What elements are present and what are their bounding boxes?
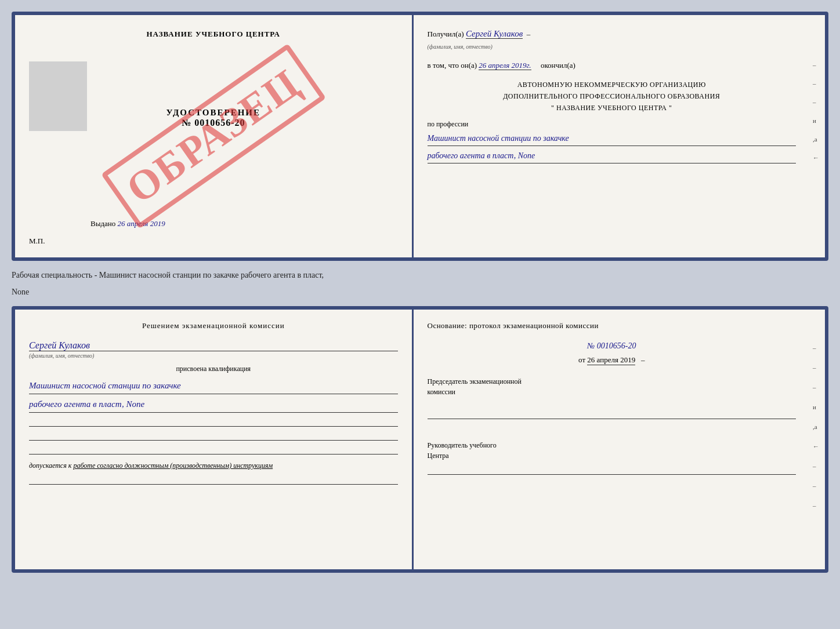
side-marks-top-right: – – – и ,а ← [813, 61, 819, 161]
bottom-right-panel: Основание: протокол экзаменационной коми… [414, 310, 825, 569]
chairman-blank-line [428, 409, 796, 419]
right-side-marks: – – – и ,а ← – – – [813, 344, 819, 509]
subtitle-line1: Рабочая специальность - Машинист насосно… [12, 267, 828, 283]
basis-title: Основание: протокол экзаменационной коми… [428, 320, 796, 332]
subtitle-line2: None [12, 283, 828, 300]
director-blank-line [428, 464, 796, 475]
page-wrapper: НАЗВАНИЕ УЧЕБНОГО ЦЕНТРА ОБРАЗЕЦ УДОСТОВ… [12, 12, 828, 573]
blank-line-4 [29, 474, 398, 485]
bottom-name: Сергей Кулаков [29, 340, 398, 351]
cert-date-line: в том, что он(а) 26 апреля 2019г. окончи… [428, 60, 796, 72]
protocol-date: от 26 апреля 2019 – [428, 355, 796, 365]
qualification-label: присвоена квалификация [29, 365, 398, 373]
bottom-document: Решением экзаменационной комиссии Сергей… [12, 306, 828, 573]
cert-profession-line2: рабочего агента в пласт, None [428, 148, 796, 163]
obrazets-watermark: ОБРАЗЕЦ [101, 43, 326, 228]
top-right-panel: Получил(а) Сергей Кулаков – (фамилия, им… [414, 15, 825, 257]
photo-placeholder [29, 61, 87, 131]
blank-line-2 [29, 430, 398, 441]
cert-issued: Выдано 26 апреля 2019 [90, 219, 165, 228]
cert-profession-line1: Машинист насосной станции по закачке [428, 131, 796, 146]
cert-mp: М.П. [29, 237, 45, 246]
bottom-left-panel: Решением экзаменационной комиссии Сергей… [15, 310, 412, 569]
chairman-label: Председатель экзаменационной комиссии [428, 376, 796, 397]
qualification-line2: рабочего агента в пласт, None [29, 397, 398, 413]
blank-line-1 [29, 416, 398, 427]
top-left-panel: НАЗВАНИЕ УЧЕБНОГО ЦЕНТРА ОБРАЗЕЦ УДОСТОВ… [15, 15, 412, 257]
director-label: Руководитель учебного Центра [428, 440, 796, 461]
commission-title: Решением экзаменационной комиссии [29, 320, 398, 332]
qualification-line1: Машинист насосной станции по закачке [29, 378, 398, 394]
blank-line-3 [29, 444, 398, 455]
cert-received: Получил(а) Сергей Кулаков – (фамилия, им… [428, 27, 796, 53]
cert-title: НАЗВАНИЕ УЧЕБНОГО ЦЕНТРА [29, 30, 398, 39]
cert-body-text: АВТОНОМНУЮ НЕКОММЕРЧЕСКУЮ ОРГАНИЗАЦИЮ ДО… [428, 79, 796, 114]
udostoverenie-label: УДОСТОВЕРЕНИЕ № 0010656-20 [166, 108, 261, 128]
subtitle-area: Рабочая специальность - Машинист насосно… [12, 267, 828, 300]
admission-text: допускается к работе согласно должностны… [29, 460, 398, 471]
cert-profession-label: по профессии [428, 120, 796, 129]
bottom-name-hint: (фамилия, имя, отчество) [29, 352, 398, 359]
top-document: НАЗВАНИЕ УЧЕБНОГО ЦЕНТРА ОБРАЗЕЦ УДОСТОВ… [12, 12, 828, 261]
protocol-number: № 0010656-20 [428, 341, 796, 351]
